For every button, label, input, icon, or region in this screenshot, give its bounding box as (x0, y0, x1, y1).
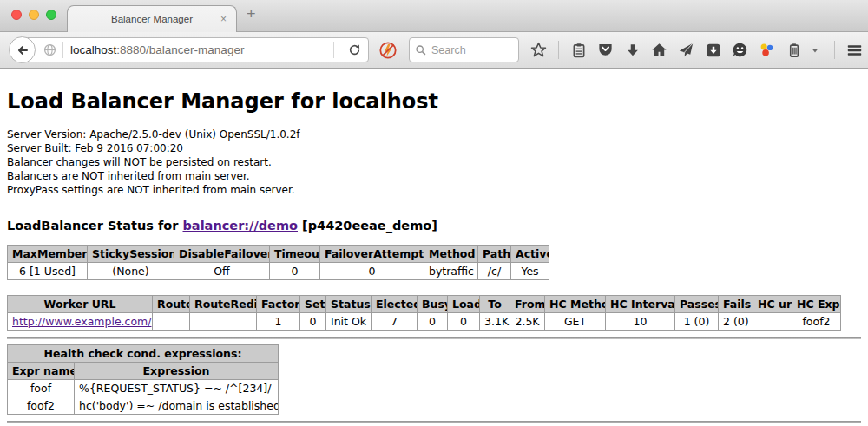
server-info: Server Version: Apache/2.5.0-dev (Unix) … (7, 128, 861, 197)
column-header: From (510, 296, 545, 313)
home-icon[interactable] (651, 42, 667, 58)
server-version-line: Server Version: Apache/2.5.0-dev (Unix) … (7, 128, 861, 141)
url-bar[interactable]: localhost:8880/balancer-manager (22, 37, 369, 62)
search-box[interactable] (409, 37, 519, 62)
clipboard-icon[interactable] (570, 42, 587, 58)
column-header: Busy (418, 296, 448, 313)
page-bottom-divider (7, 421, 861, 423)
overflow-caret-icon[interactable] (806, 42, 823, 58)
worker-status-table: Worker URLRouteRouteRedirFactorSetStatus… (7, 295, 841, 331)
colors-extension-icon[interactable] (759, 42, 775, 58)
column-header: StickySession (88, 246, 174, 263)
table-cell: http://www.example.com/ (8, 313, 153, 331)
minimize-window-button[interactable] (29, 10, 39, 20)
window-controls (11, 10, 56, 20)
balancers-notice-line: Balancers are NOT inherited from main se… (7, 169, 861, 183)
table-cell: 0 (300, 313, 326, 331)
search-input[interactable] (431, 44, 506, 56)
heading-suffix: [p4420eeae_demo] (298, 219, 437, 233)
new-tab-button[interactable]: + (247, 5, 256, 23)
loadbalancer-status-heading: LoadBalancer Status for balancer://demo … (7, 219, 861, 233)
navigation-toolbar: localhost:8880/balancer-manager (0, 32, 868, 69)
column-header: HC Expr (792, 296, 841, 313)
table-title: Health check cond. expressions: (8, 345, 279, 363)
table-cell: 0 (418, 313, 448, 331)
table-cell: 2.5K (510, 313, 545, 331)
table-cell (190, 313, 257, 331)
column-header: Active (511, 246, 549, 263)
column-header: Fails (719, 296, 753, 313)
back-arrow-icon (16, 43, 30, 57)
bookmark-star-icon[interactable] (530, 42, 547, 58)
back-button[interactable] (9, 36, 36, 63)
pocket-icon[interactable] (597, 42, 614, 58)
table-cell: foof2 (8, 397, 75, 415)
table-cell: %{REQUEST_STATUS} =~ /^[234]/ (75, 380, 279, 397)
search-icon (415, 44, 427, 56)
title-bar: Balancer Manager × + (0, 0, 868, 32)
persist-notice-line: Balancer changes will NOT be persisted o… (7, 155, 861, 169)
close-window-button[interactable] (11, 10, 22, 20)
battery-icon[interactable] (786, 42, 802, 58)
url-domain: localhost (70, 43, 116, 56)
menu-icon[interactable] (846, 42, 863, 58)
table-cell: 2 (0) (719, 313, 753, 331)
table-cell: 0 (320, 263, 424, 280)
worker-url-link[interactable]: http://www.example.com/ (12, 315, 151, 328)
toolbar-divider (558, 41, 559, 59)
column-header: Method (424, 246, 478, 263)
column-header: DisableFailover (174, 246, 270, 263)
urlbar-divider (333, 42, 334, 58)
table-cell: (None) (88, 263, 174, 280)
send-icon[interactable] (678, 42, 694, 58)
column-header: MaxMembers (8, 246, 88, 263)
url-text: localhost:8880/balancer-manager (70, 43, 333, 56)
column-header: Load (448, 296, 480, 313)
smiley-icon[interactable] (732, 42, 748, 58)
video-download-icon[interactable] (705, 42, 721, 58)
proxypass-notice-line: ProxyPass settings are NOT inherited fro… (7, 183, 861, 197)
reload-icon (348, 43, 361, 56)
urlbar-divider (62, 42, 63, 58)
table-cell: 0 (270, 263, 320, 280)
column-header: Timeout (270, 246, 320, 263)
server-built-line: Server Built: Feb 9 2016 07:00:20 (7, 141, 861, 155)
table-cell: 3.1K (480, 313, 510, 331)
balancer-status-table: MaxMembersStickySessionDisableFailoverTi… (7, 245, 549, 280)
table-cell: Init Ok (326, 313, 372, 331)
tab-close-icon[interactable]: × (220, 13, 227, 25)
zoom-window-button[interactable] (46, 10, 56, 20)
table-cell: 6 [1 Used] (8, 263, 88, 280)
table-row: http://www.example.com/10Init Ok7003.1K2… (8, 313, 841, 331)
table-row: foof%{REQUEST_STATUS} =~ /^[234]/ (8, 380, 279, 397)
toolbar-icons (530, 41, 868, 59)
column-header: Elected (372, 296, 418, 313)
table-cell (153, 313, 190, 331)
column-header: HC uri (753, 296, 792, 313)
table-cell: 7 (372, 313, 418, 331)
column-header: Set (300, 296, 326, 313)
balancer-demo-link[interactable]: balancer://demo (182, 219, 298, 233)
column-header: FailoverAttempts (320, 246, 424, 263)
table-cell: 1 (0) (675, 313, 719, 331)
health-check-expressions-table: Health check cond. expressions:Expr name… (7, 344, 279, 415)
column-header: Expr name (8, 363, 75, 380)
site-identity-globe-icon[interactable] (43, 43, 56, 56)
table-cell: 0 (448, 313, 480, 331)
reload-button[interactable] (341, 43, 368, 56)
table-cell: Yes (511, 263, 549, 280)
blocked-content-icon (378, 41, 398, 60)
table-cell: 10 (606, 313, 675, 331)
table-cell: foof (8, 380, 75, 397)
column-header: HC Method (545, 296, 606, 313)
column-header: Worker URL (8, 296, 153, 313)
column-header: Status (326, 296, 372, 313)
browser-window: Balancer Manager × + localhost:8880/bala… (0, 0, 868, 426)
column-header: To (480, 296, 510, 313)
download-icon[interactable] (624, 42, 641, 58)
table-cell: hc('body') =~ /domain is established/ (75, 397, 279, 415)
tab-balancer-manager[interactable]: Balancer Manager × (67, 5, 237, 32)
heading-prefix: LoadBalancer Status for (7, 219, 182, 233)
tab-title: Balancer Manager (111, 14, 193, 24)
script-blocked-button[interactable] (378, 41, 398, 60)
